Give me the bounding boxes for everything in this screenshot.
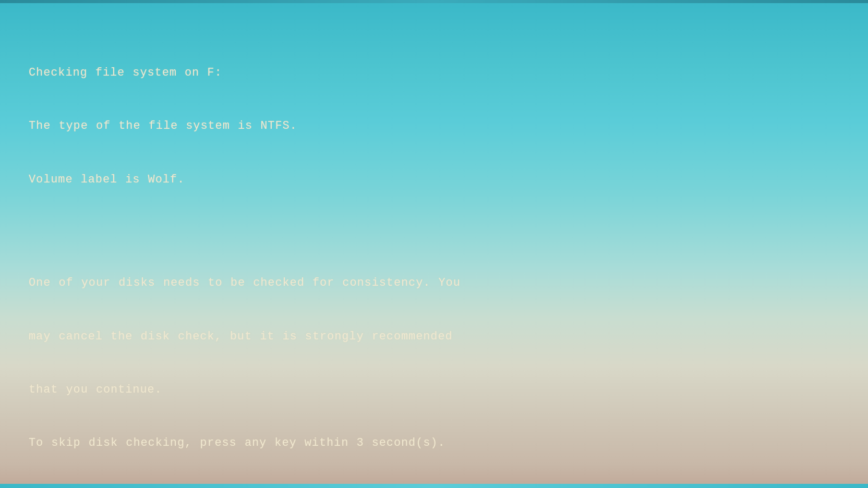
terminal-output: Checking file system on F: The type of t… — [29, 29, 837, 487]
filesystem-info-block: Checking file system on F: The type of t… — [29, 29, 837, 224]
line-checking: Checking file system on F: — [29, 64, 837, 82]
disk-check-message-block: One of your disks needs to be checked fo… — [29, 239, 837, 487]
line-disk-check-2: may cancel the disk check, but it is str… — [29, 328, 837, 346]
line-disk-check-3: that you continue. — [29, 381, 837, 399]
line-skip-info: To skip disk checking, press any key wit… — [29, 434, 837, 452]
line-volume: Volume label is Wolf. — [29, 171, 837, 189]
line-type: The type of the file system is NTFS. — [29, 117, 837, 135]
line-disk-check-1: One of your disks needs to be checked fo… — [29, 274, 837, 292]
